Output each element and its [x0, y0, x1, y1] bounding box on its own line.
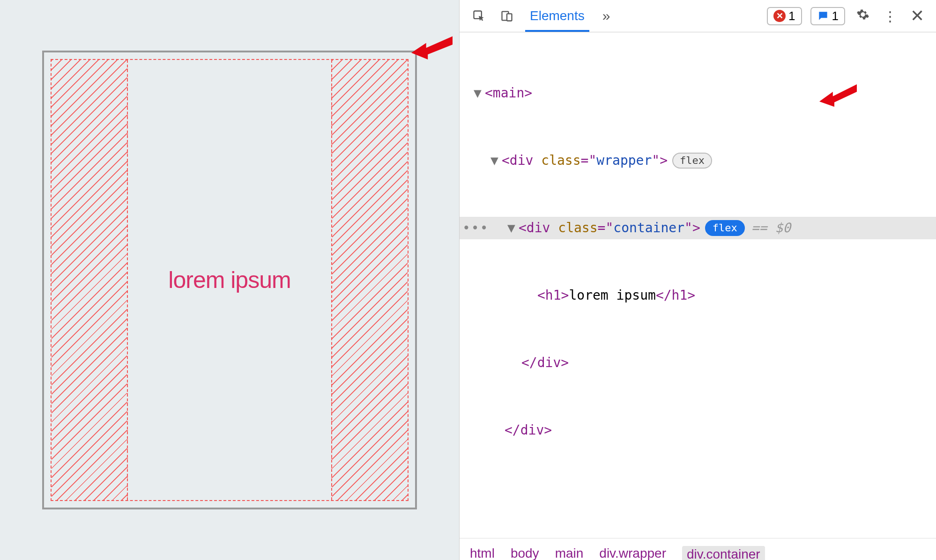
flex-gap-right: [331, 60, 408, 500]
annotation-arrow-icon: [819, 84, 857, 107]
error-dot-icon: ✕: [773, 10, 786, 22]
crumb-main[interactable]: main: [555, 546, 584, 560]
selection-marker: == $0: [751, 217, 791, 239]
flex-item: lorem ipsum: [128, 60, 331, 500]
crumb-html[interactable]: html: [470, 546, 495, 560]
inspect-icon[interactable]: [469, 6, 489, 26]
close-icon[interactable]: ✕: [908, 6, 927, 26]
dom-node-main: ▼<main>: [474, 82, 929, 104]
rendered-viewport: lorem ipsum: [0, 0, 459, 560]
page-heading: lorem ipsum: [168, 266, 290, 294]
message-count: 1: [832, 9, 839, 23]
dom-node-wrapper: ▼<div class="wrapper">flex: [474, 149, 929, 172]
container-element: lorem ipsum: [42, 51, 417, 509]
errors-badge[interactable]: ✕ 1: [767, 7, 802, 25]
dom-node-container-selected: ••• ▼<div class="container">flex== $0: [460, 217, 936, 239]
devtools-toolbar: Elements » ✕ 1 1 ⋮ ✕: [460, 0, 936, 32]
dom-node-div-close-2: </div>: [474, 419, 929, 442]
flex-badge[interactable]: flex: [672, 153, 712, 169]
dom-breadcrumbs: html body main div.wrapper div.container: [460, 538, 936, 560]
devtools-panel: Elements » ✕ 1 1 ⋮ ✕ ▼<main> ▼<div cla: [459, 0, 936, 560]
error-count: 1: [788, 9, 795, 23]
svg-marker-4: [819, 84, 857, 107]
crumb-container[interactable]: div.container: [682, 546, 765, 560]
tab-elements[interactable]: Elements: [525, 0, 589, 32]
dom-tree[interactable]: ▼<main> ▼<div class="wrapper">flex ••• ▼…: [460, 32, 936, 538]
dom-node-h1: <h1>lorem ipsum</h1>: [474, 284, 929, 307]
svg-marker-0: [411, 37, 453, 59]
svg-rect-3: [507, 14, 512, 21]
flex-badge-active[interactable]: flex: [705, 220, 745, 236]
annotation-arrow-icon: [411, 35, 453, 63]
flex-overlay: lorem ipsum: [51, 59, 409, 501]
crumb-body[interactable]: body: [511, 546, 539, 560]
settings-icon[interactable]: [854, 8, 872, 24]
message-icon: [817, 10, 829, 22]
more-tabs-icon[interactable]: »: [598, 8, 615, 24]
row-actions-icon[interactable]: •••: [462, 217, 489, 239]
flex-gap-left: [52, 60, 128, 500]
device-toggle-icon[interactable]: [497, 6, 517, 26]
crumb-wrapper[interactable]: div.wrapper: [599, 546, 666, 560]
messages-badge[interactable]: 1: [810, 7, 845, 25]
dom-node-div-close: </div>: [474, 352, 929, 374]
kebab-menu-icon[interactable]: ⋮: [881, 8, 899, 24]
